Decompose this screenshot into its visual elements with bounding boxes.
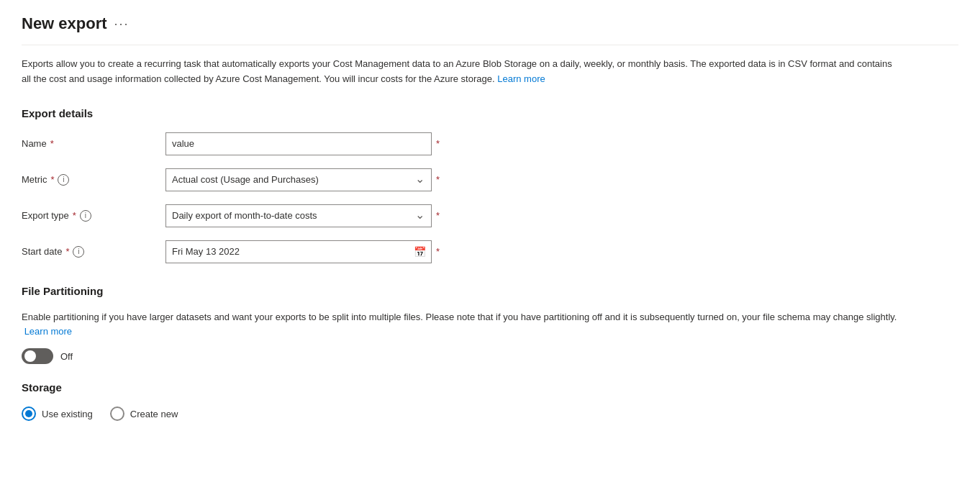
name-label-text: Name bbox=[22, 138, 47, 149]
title-divider bbox=[22, 45, 958, 45]
start-date-input-wrap: 📅 bbox=[165, 240, 432, 263]
storage-title: Storage bbox=[22, 381, 958, 394]
start-date-input[interactable] bbox=[165, 240, 432, 263]
export-type-row: Export type * i Daily export of month-to… bbox=[22, 204, 958, 227]
use-existing-label: Use existing bbox=[42, 409, 93, 419]
page-title-row: New export ··· bbox=[22, 14, 958, 33]
metric-select-wrapper: Actual cost (Usage and Purchases) Amorti… bbox=[165, 168, 432, 191]
toggle-row: Off bbox=[22, 348, 958, 364]
start-date-required-indicator: * bbox=[436, 240, 440, 257]
start-date-label-text: Start date bbox=[22, 246, 62, 257]
metric-row: Metric * i Actual cost (Usage and Purcha… bbox=[22, 168, 958, 191]
metric-select[interactable]: Actual cost (Usage and Purchases) Amorti… bbox=[165, 168, 432, 191]
use-existing-radio[interactable] bbox=[22, 406, 36, 421]
name-row: Name * * bbox=[22, 132, 958, 155]
metric-required-star: * bbox=[50, 174, 54, 185]
export-details-title: Export details bbox=[22, 107, 958, 119]
metric-select-wrap: Actual cost (Usage and Purchases) Amorti… bbox=[165, 168, 432, 191]
start-date-label: Start date * i bbox=[22, 246, 165, 258]
export-type-info-icon[interactable]: i bbox=[80, 210, 91, 222]
file-partitioning-section: File Partitioning Enable partitioning if… bbox=[22, 285, 958, 365]
name-required-star: * bbox=[50, 138, 54, 149]
file-partitioning-title: File Partitioning bbox=[22, 285, 958, 297]
partition-description: Enable partitioning if you have larger d… bbox=[22, 310, 899, 340]
name-input-wrap bbox=[165, 132, 432, 155]
start-date-required-star: * bbox=[65, 246, 69, 257]
start-date-info-icon[interactable]: i bbox=[73, 246, 84, 258]
partition-toggle[interactable] bbox=[22, 348, 53, 364]
storage-radio-group: Use existing Create new bbox=[22, 406, 958, 421]
export-type-label: Export type * i bbox=[22, 210, 165, 222]
description-text: Exports allow you to create a recurring … bbox=[22, 58, 892, 84]
export-type-required-star: * bbox=[73, 210, 76, 221]
export-type-select-wrapper: Daily export of month-to-date costs Mont… bbox=[165, 204, 432, 227]
page-description: Exports allow you to create a recurring … bbox=[22, 57, 899, 87]
name-required-indicator: * bbox=[436, 132, 440, 149]
export-type-label-text: Export type bbox=[22, 210, 69, 221]
create-new-radio[interactable] bbox=[110, 406, 124, 421]
page-title: New export bbox=[22, 14, 107, 33]
create-new-label: Create new bbox=[130, 409, 178, 419]
metric-required-indicator: * bbox=[436, 168, 440, 185]
toggle-track bbox=[22, 348, 53, 364]
partition-learn-more-link[interactable]: Learn more bbox=[24, 326, 72, 337]
start-date-row: Start date * i 📅 * bbox=[22, 240, 958, 263]
toggle-label: Off bbox=[60, 351, 73, 362]
metric-label: Metric * i bbox=[22, 174, 165, 186]
create-new-option[interactable]: Create new bbox=[110, 406, 178, 421]
export-type-select-wrap: Daily export of month-to-date costs Mont… bbox=[165, 204, 432, 227]
metric-label-text: Metric bbox=[22, 174, 47, 185]
toggle-thumb bbox=[24, 350, 36, 362]
use-existing-radio-inner bbox=[25, 410, 32, 417]
name-input[interactable] bbox=[165, 132, 432, 155]
calendar-icon[interactable]: 📅 bbox=[414, 246, 426, 258]
storage-section: Storage Use existing Create new bbox=[22, 381, 958, 421]
export-type-required-indicator: * bbox=[436, 204, 440, 221]
export-type-select[interactable]: Daily export of month-to-date costs Mont… bbox=[165, 204, 432, 227]
partition-description-text: Enable partitioning if you have larger d… bbox=[22, 312, 897, 322]
description-learn-more-link[interactable]: Learn more bbox=[497, 73, 545, 84]
date-input-wrap: 📅 bbox=[165, 240, 432, 263]
name-label: Name * bbox=[22, 138, 165, 149]
use-existing-option[interactable]: Use existing bbox=[22, 406, 93, 421]
more-options-icon[interactable]: ··· bbox=[114, 17, 130, 32]
export-details-section: Export details Name * * Metric * i Actua… bbox=[22, 107, 958, 263]
metric-info-icon[interactable]: i bbox=[58, 174, 69, 186]
